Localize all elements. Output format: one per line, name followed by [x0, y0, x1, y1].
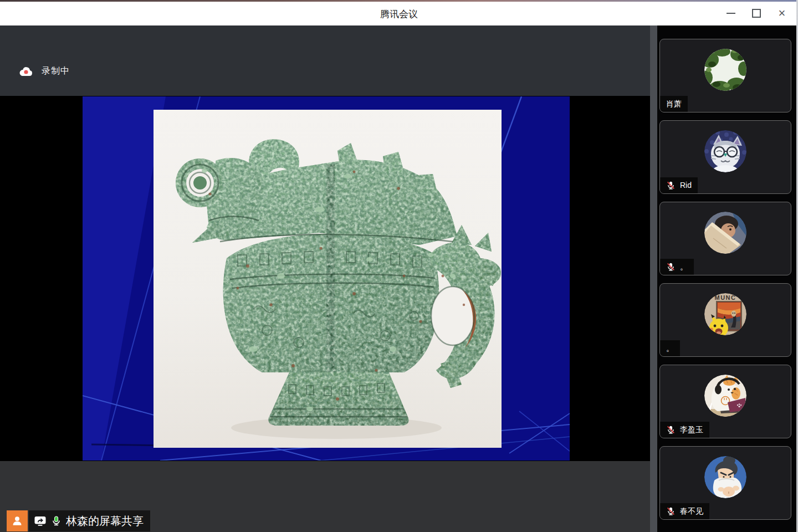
participant-name-tag: 肖萧	[660, 96, 688, 112]
mic-muted-icon	[666, 425, 676, 434]
maximize-icon	[752, 9, 761, 18]
recording-indicator[interactable]: 录制中	[19, 64, 70, 78]
participant-name: 李盈玉	[680, 425, 703, 434]
participant-name: 。	[666, 344, 674, 353]
window-top-border	[0, 0, 798, 2]
artwork-title-text: MUNC	[715, 294, 736, 301]
participant-name-tag: 。	[660, 340, 680, 356]
mic-muted-icon	[666, 181, 676, 190]
participant-tile-liyingyu[interactable]: 李盈玉	[659, 365, 791, 438]
meeting-toolbar: 录制中	[0, 25, 650, 96]
participant-tile-dot-2[interactable]: MUNC 。	[659, 283, 791, 357]
participant-tile-xiaoxiao[interactable]: 肖萧	[659, 39, 791, 112]
person-icon	[11, 515, 23, 527]
minimize-button[interactable]	[718, 2, 744, 24]
sidebar-divider[interactable]	[650, 25, 657, 532]
participants-sidebar: 肖萧	[657, 25, 798, 532]
close-button[interactable]: ×	[769, 2, 795, 24]
mic-muted-icon	[666, 507, 676, 516]
participant-name-tag: Rid	[660, 177, 698, 193]
close-icon: ×	[779, 7, 786, 19]
participant-tile-chunbujian[interactable]: 春不见	[659, 446, 791, 520]
recording-label: 录制中	[42, 65, 70, 77]
screen-share-stage	[0, 96, 650, 461]
presenter-share-banner[interactable]: 林森的屏幕共享	[7, 510, 150, 531]
participant-name: 。	[680, 262, 688, 272]
participant-name: Rid	[680, 181, 692, 190]
participant-name-tag: 李盈玉	[660, 422, 709, 438]
kitten-laptop-avatar	[704, 375, 746, 417]
mic-active-icon	[51, 515, 62, 526]
presenter-avatar-box	[7, 510, 28, 531]
presentation-slide	[83, 96, 570, 461]
participant-name: 春不见	[680, 507, 703, 516]
tencent-meeting-window: { "window": { "title": "腾讯会议" }, "titleb…	[0, 0, 798, 532]
share-label: 林森的屏幕共享	[29, 510, 150, 531]
person-behind-paper-avatar	[704, 212, 746, 254]
mic-muted-icon	[666, 262, 676, 272]
hoodie-boy-avatar	[704, 456, 746, 498]
participant-name-tag: 。	[660, 259, 694, 275]
bronze-vessel-photo	[154, 110, 502, 448]
titlebar: 腾讯会议 ×	[0, 0, 798, 25]
window-title: 腾讯会议	[0, 0, 798, 25]
cloud-record-icon	[19, 65, 33, 76]
window-controls: ×	[718, 1, 795, 25]
minimize-icon	[727, 13, 735, 14]
maximize-button[interactable]	[744, 2, 769, 24]
participant-tile-dot-1[interactable]: 。	[659, 202, 791, 275]
trees-sky-photo-avatar	[704, 49, 746, 91]
participant-name-tag: 春不见	[660, 503, 709, 519]
cartoon-cat-avatar	[704, 130, 746, 172]
screen-share-icon	[34, 515, 47, 526]
participant-name: 肖萧	[666, 99, 682, 109]
participant-tile-rid[interactable]: Rid	[659, 120, 791, 194]
share-label-text: 林森的屏幕共享	[66, 514, 144, 529]
pikachu-scream-painting-avatar: MUNC	[704, 293, 746, 335]
bronze-vessel-illustration	[154, 110, 502, 448]
